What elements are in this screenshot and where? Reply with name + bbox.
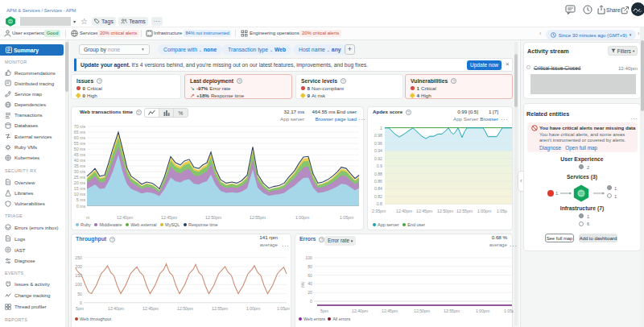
svg-text:1:00pm: 1:00pm xyxy=(246,306,260,311)
svg-text:12:55pm: 12:55pm xyxy=(444,308,460,313)
svg-text:12:40pm: 12:40pm xyxy=(352,308,368,313)
svg-text:250: 250 xyxy=(75,255,82,260)
svg-text:12:45pm: 12:45pm xyxy=(382,308,398,313)
svg-text:5pm: 5pm xyxy=(320,308,328,313)
svg-text:0 ms: 0 ms xyxy=(76,204,86,209)
svg-text:12:55pm: 12:55pm xyxy=(212,306,228,311)
svg-text:0.82: 0.82 xyxy=(374,194,382,199)
svg-text:50 ms: 50 ms xyxy=(74,147,86,151)
svg-text:m: m xyxy=(86,215,89,220)
svg-text:(%): (%) xyxy=(301,281,305,288)
svg-text:1:05p: 1:05p xyxy=(497,209,507,213)
svg-text:0.86: 0.86 xyxy=(374,179,382,184)
svg-text:65 ms: 65 ms xyxy=(74,130,86,135)
svg-text:55 ms: 55 ms xyxy=(74,141,86,146)
svg-text:200: 200 xyxy=(75,264,82,269)
svg-text:12:40pm: 12:40pm xyxy=(396,209,412,213)
svg-text:150: 150 xyxy=(75,273,82,278)
svg-text:12:40pm: 12:40pm xyxy=(108,306,124,311)
svg-text:40: 40 xyxy=(308,281,312,286)
svg-text:80: 80 xyxy=(308,264,312,269)
svg-text:35 ms: 35 ms xyxy=(74,164,86,168)
svg-text:30 ms: 30 ms xyxy=(74,169,86,174)
svg-text:60 ms: 60 ms xyxy=(74,135,86,140)
svg-text:12:45pm: 12:45pm xyxy=(161,215,177,220)
svg-text:2:35pm: 2:35pm xyxy=(372,209,386,213)
svg-text:1:05pm: 1:05pm xyxy=(340,215,353,220)
svg-text:10 ms: 10 ms xyxy=(74,192,86,197)
svg-text:1: 1 xyxy=(380,126,382,130)
svg-text:0: 0 xyxy=(310,299,312,304)
svg-text:5 ms: 5 ms xyxy=(76,197,86,202)
svg-text:0.84: 0.84 xyxy=(374,186,382,191)
svg-text:12:55pm: 12:55pm xyxy=(250,215,266,220)
svg-text:70 ms: 70 ms xyxy=(74,124,86,129)
svg-text:0.8: 0.8 xyxy=(377,201,382,206)
svg-text:100: 100 xyxy=(305,255,312,260)
svg-text:15 ms: 15 ms xyxy=(74,186,86,191)
svg-text:12:40pm: 12:40pm xyxy=(117,215,133,220)
svg-text:1:00pm: 1:00pm xyxy=(476,308,489,313)
svg-text:0.92: 0.92 xyxy=(374,156,382,161)
svg-text:50: 50 xyxy=(77,292,82,296)
svg-text:5pm: 5pm xyxy=(76,306,84,311)
svg-text:100: 100 xyxy=(75,282,82,287)
svg-text:45 ms: 45 ms xyxy=(74,152,86,157)
svg-text:1:00pm: 1:00pm xyxy=(477,209,491,213)
svg-text:12:45pm: 12:45pm xyxy=(142,306,159,311)
svg-text:(Seconds): (Seconds) xyxy=(72,155,73,172)
svg-text:0.98: 0.98 xyxy=(374,133,382,138)
svg-text:12:50pm: 12:50pm xyxy=(437,209,453,213)
svg-text:1:05pm: 1:05pm xyxy=(504,308,514,313)
svg-text:20 ms: 20 ms xyxy=(74,180,86,185)
svg-text:12:50pm: 12:50pm xyxy=(177,306,193,311)
svg-text:12:50pm: 12:50pm xyxy=(205,215,221,220)
svg-text:20: 20 xyxy=(308,290,312,295)
svg-text:25 ms: 25 ms xyxy=(74,175,86,180)
svg-text:0.9: 0.9 xyxy=(377,164,382,168)
svg-text:1:05pm: 1:05pm xyxy=(277,306,290,311)
svg-text:0.88: 0.88 xyxy=(374,172,382,176)
svg-text:0.96: 0.96 xyxy=(374,141,382,146)
svg-text:12:50pm: 12:50pm xyxy=(414,308,430,313)
svg-text:60: 60 xyxy=(308,273,312,278)
svg-text:12:45pm: 12:45pm xyxy=(416,209,432,213)
svg-text:0.94: 0.94 xyxy=(374,148,382,153)
svg-text:40 ms: 40 ms xyxy=(74,158,86,163)
svg-text:0: 0 xyxy=(80,300,82,305)
svg-text:1:00pm: 1:00pm xyxy=(295,215,309,220)
svg-text:12:55pm: 12:55pm xyxy=(456,209,473,213)
